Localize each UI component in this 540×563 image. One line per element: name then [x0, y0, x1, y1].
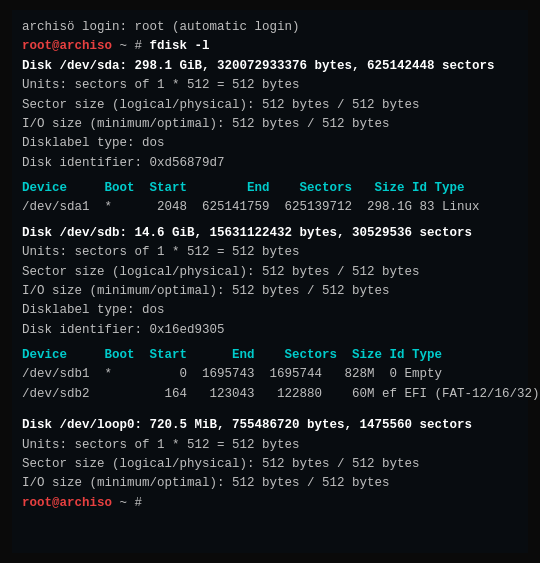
loop-units: Units: sectors of 1 * 512 = 512 bytes — [22, 436, 518, 455]
prompt-tilde: ~ # — [112, 39, 150, 53]
sdb-col-header: Device Boot Start End Sectors Size Id Ty… — [22, 346, 518, 365]
prompt-tilde-end: ~ # — [112, 496, 150, 510]
sda-units: Units: sectors of 1 * 512 = 512 bytes — [22, 76, 518, 95]
command-fdisk: fdisk -l — [150, 39, 210, 53]
login-line: archisö login: root (automatic login) — [22, 18, 518, 37]
sda-sector-size: Sector size (logical/physical): 512 byte… — [22, 96, 518, 115]
prompt-end-line: root@archiso ~ # — [22, 494, 518, 513]
prompt-fdisk-line: root@archiso ~ # fdisk -l — [22, 37, 518, 56]
sdb1-row: /dev/sdb1 * 0 1695743 1695744 828M 0 Emp… — [22, 365, 518, 384]
sdb-units: Units: sectors of 1 * 512 = 512 bytes — [22, 243, 518, 262]
sda-identifier: Disk identifier: 0xd56879d7 — [22, 154, 518, 173]
sdb-disklabel: Disklabel type: dos — [22, 301, 518, 320]
sda-disklabel: Disklabel type: dos — [22, 134, 518, 153]
sdb-io-size: I/O size (minimum/optimal): 512 bytes / … — [22, 282, 518, 301]
prompt-root-end: root@archiso — [22, 496, 112, 510]
sdb-sector-size: Sector size (logical/physical): 512 byte… — [22, 263, 518, 282]
loop-sector-size: Sector size (logical/physical): 512 byte… — [22, 455, 518, 474]
sda-col-header: Device Boot Start End Sectors Size Id Ty… — [22, 179, 518, 198]
sda1-row: /dev/sda1 * 2048 625141759 625139712 298… — [22, 198, 518, 217]
terminal-window: archisö login: root (automatic login) ro… — [12, 10, 528, 553]
disk-sda-header: Disk /dev/sda: 298.1 GiB, 320072933376 b… — [22, 57, 518, 76]
sdb-identifier: Disk identifier: 0x16ed9305 — [22, 321, 518, 340]
sda-io-size: I/O size (minimum/optimal): 512 bytes / … — [22, 115, 518, 134]
disk-loop-header: Disk /dev/loop0: 720.5 MiB, 755486720 by… — [22, 416, 518, 435]
sdb2-row: /dev/sdb2 164 123043 122880 60M ef EFI (… — [22, 385, 518, 404]
disk-sdb-header: Disk /dev/sdb: 14.6 GiB, 15631122432 byt… — [22, 224, 518, 243]
loop-io-size: I/O size (minimum/optimal): 512 bytes / … — [22, 474, 518, 493]
prompt-root: root@archiso — [22, 39, 112, 53]
